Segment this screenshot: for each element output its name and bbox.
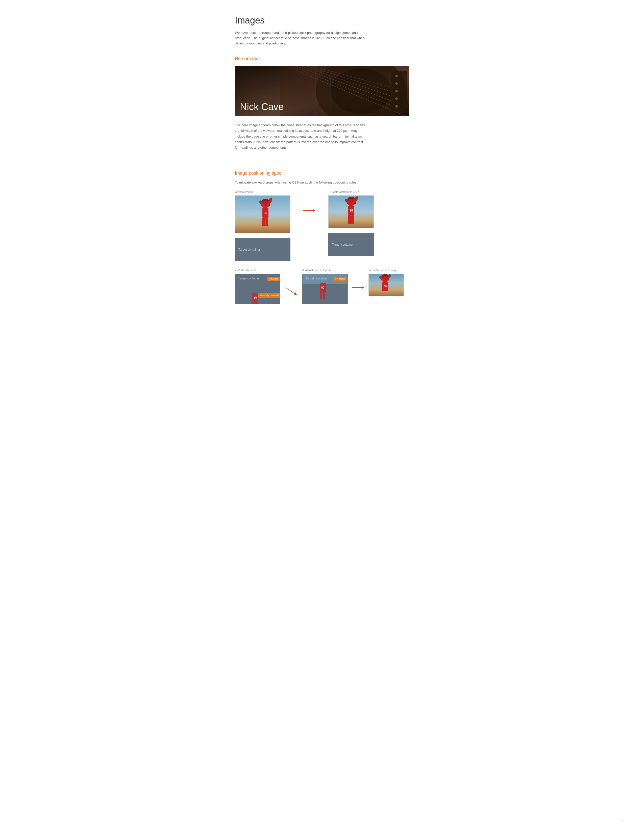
svg-rect-43: [348, 215, 351, 224]
step1-football-image: 80: [328, 195, 374, 228]
svg-rect-13: [391, 71, 407, 111]
arrow-1: [303, 190, 316, 213]
step2-target-label: Target container: [238, 277, 260, 280]
target-container-step1: Target container: [328, 233, 374, 256]
svg-marker-62: [362, 286, 364, 289]
hero-text-overlay: Nick Cave: [235, 97, 289, 116]
step3-section: 3. Adjust crop to top area 80 Target con…: [302, 269, 348, 304]
hero-description: The hero image appears below the global …: [235, 122, 366, 150]
svg-rect-60: [323, 292, 325, 299]
svg-rect-59: [320, 292, 322, 299]
arrow-2: [352, 269, 364, 290]
svg-text:80: 80: [264, 211, 267, 215]
svg-rect-44: [351, 215, 354, 224]
step2-label: 2. Vertically center: [235, 269, 280, 272]
step1-col: 1. Scale width to fit 100%: [328, 190, 374, 256]
svg-point-17: [395, 97, 398, 100]
intro-text: We have a set of preapproved hand-picked…: [235, 30, 366, 46]
step3-label: 3. Adjust crop to top area: [302, 269, 348, 272]
svg-point-71: [388, 274, 391, 277]
original-image-label: Original image: [235, 190, 253, 193]
vertically-centered-badge: Vertically centered: [258, 293, 280, 298]
hero-section-title: Hero images: [235, 56, 409, 61]
step1-label: 1. Scale width to fit 100%: [328, 190, 360, 193]
arrow-diagonal: [284, 269, 298, 296]
svg-point-70: [379, 276, 382, 278]
spec-intro: To mitigate awkward crops when using CSS…: [235, 180, 409, 184]
svg-text:80: 80: [384, 285, 386, 288]
hero-image: Nick Cave: [235, 66, 409, 116]
target-container-original: Target container: [235, 238, 290, 261]
target-container-label-1: Target container: [238, 248, 260, 251]
svg-marker-34: [313, 209, 316, 212]
y-height-badge: y height: [267, 277, 280, 281]
svg-rect-28: [262, 217, 265, 227]
step2-box: 80 Target container y height Vertically …: [235, 273, 280, 304]
svg-rect-52: [255, 302, 258, 304]
page-title: Images: [235, 15, 409, 26]
hero-name: Nick Cave: [240, 101, 283, 112]
svg-point-14: [395, 75, 398, 77]
original-image-col: Original image: [235, 190, 290, 261]
spec-section-title: Image positioning spec: [235, 170, 409, 176]
svg-rect-51: [252, 302, 255, 304]
step2-section: 2. Vertically center: [235, 269, 280, 304]
viewable-label: Viewable area of image: [369, 269, 404, 272]
svg-point-18: [395, 105, 398, 108]
svg-point-2: [331, 68, 391, 114]
y2-height-badge: y/2 height: [333, 277, 348, 281]
svg-text:80: 80: [349, 209, 353, 212]
viewable-section: Viewable area of image: [369, 269, 404, 296]
svg-text:80: 80: [254, 296, 257, 299]
step3-box: 80 Target container y/2 height: [302, 273, 348, 304]
svg-line-53: [286, 288, 296, 294]
step3-target-label: Target container: [306, 277, 327, 280]
original-football-image: 80: [235, 195, 290, 233]
svg-point-45: [345, 199, 348, 202]
svg-marker-54: [294, 292, 297, 295]
svg-text:80: 80: [321, 286, 324, 289]
svg-point-15: [395, 82, 398, 85]
svg-rect-29: [266, 217, 268, 227]
target-container-label-2: Target container: [332, 243, 354, 246]
svg-point-16: [395, 90, 398, 92]
viewable-box: 80: [369, 273, 404, 296]
svg-point-30: [259, 200, 262, 203]
